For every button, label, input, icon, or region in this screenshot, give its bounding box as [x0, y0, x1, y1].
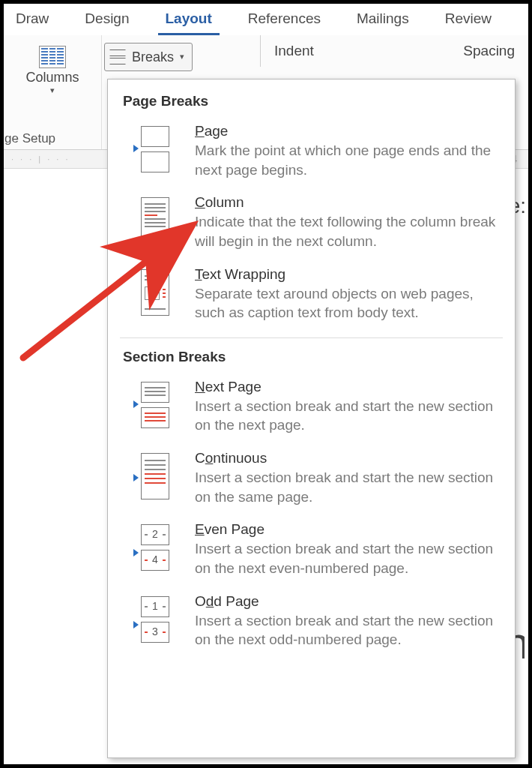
- continuous-icon: [135, 453, 175, 500]
- tab-references[interactable]: References: [241, 4, 328, 35]
- menu-item-continuous[interactable]: Continuous Insert a section break and st…: [120, 447, 503, 518]
- menu-item-title: Page: [195, 123, 501, 140]
- chevron-down-icon: ▾: [180, 52, 184, 62]
- menu-item-title: Odd Page: [195, 593, 501, 610]
- menu-item-column-break[interactable]: Column Indicate that the text following …: [120, 191, 503, 262]
- menu-item-title: Next Page: [195, 379, 501, 395]
- menu-item-desc: Insert a section break and start the new…: [195, 611, 501, 650]
- menu-separator: [120, 338, 503, 338]
- breaks-button[interactable]: Breaks ▾: [104, 43, 193, 71]
- menu-item-title: Even Page: [195, 521, 501, 538]
- menu-item-desc: Insert a section break and start the new…: [195, 539, 501, 578]
- page-break-icon: [135, 126, 175, 172]
- ruler-ticks: · · · | · · ·: [11, 154, 70, 164]
- tab-mailings[interactable]: Mailings: [349, 4, 417, 35]
- group-header-section-breaks: Section Breaks: [123, 349, 503, 365]
- breaks-dropdown: Page Breaks Page Mark the point at which…: [107, 79, 516, 758]
- odd-page-icon: 1 3: [135, 596, 175, 643]
- columns-icon: [39, 46, 66, 68]
- column-break-icon: [135, 197, 175, 244]
- tab-draw[interactable]: Draw: [8, 4, 56, 35]
- spacing-label: Spacing: [463, 43, 528, 59]
- breaks-label: Breaks: [132, 50, 174, 65]
- next-page-icon: [135, 382, 175, 428]
- paragraph-group-header: Indent Spacing: [260, 35, 528, 67]
- group-header-page-breaks: Page Breaks: [123, 93, 503, 110]
- menu-item-desc: Insert a section break and start the new…: [195, 468, 501, 506]
- columns-button[interactable]: Columns ▾: [19, 43, 85, 98]
- group-label-page-setup: ge Setup: [3, 131, 102, 149]
- menu-item-odd-page[interactable]: 1 3 Odd Page Insert a section break and …: [120, 590, 503, 654]
- ribbon-group-page-setup: Columns ▾ ge Setup: [4, 35, 102, 149]
- menu-item-text-wrapping[interactable]: Text Wrapping Separate text around objec…: [120, 263, 503, 334]
- menu-item-desc: Insert a section break and start the new…: [195, 397, 501, 435]
- menu-item-title: Text Wrapping: [195, 266, 501, 283]
- breaks-icon: [109, 50, 126, 64]
- tab-design[interactable]: Design: [77, 4, 136, 35]
- columns-label: Columns: [25, 70, 79, 86]
- indent-label: Indent: [261, 43, 463, 59]
- menu-item-desc: Mark the point at which one page ends an…: [195, 141, 501, 179]
- text-wrapping-icon: [135, 269, 175, 316]
- menu-item-title: Column: [195, 194, 501, 211]
- menu-item-title: Continuous: [195, 450, 501, 466]
- tab-review[interactable]: Review: [438, 4, 499, 35]
- menu-item-page-break[interactable]: Page Mark the point at which one page en…: [120, 120, 503, 191]
- even-page-icon: 2 4: [135, 524, 175, 571]
- menu-item-desc: Separate text around objects on web page…: [195, 284, 501, 322]
- ribbon-tabs: Draw Design Layout References Mailings R…: [4, 4, 528, 35]
- chevron-down-icon: ▾: [50, 86, 55, 95]
- menu-item-desc: Indicate that the text following the col…: [195, 212, 501, 250]
- menu-item-even-page[interactable]: 2 4 Even Page Insert a section break and…: [120, 518, 503, 590]
- tab-layout[interactable]: Layout: [158, 4, 220, 35]
- menu-item-next-page[interactable]: Next Page Insert a section break and sta…: [120, 376, 503, 447]
